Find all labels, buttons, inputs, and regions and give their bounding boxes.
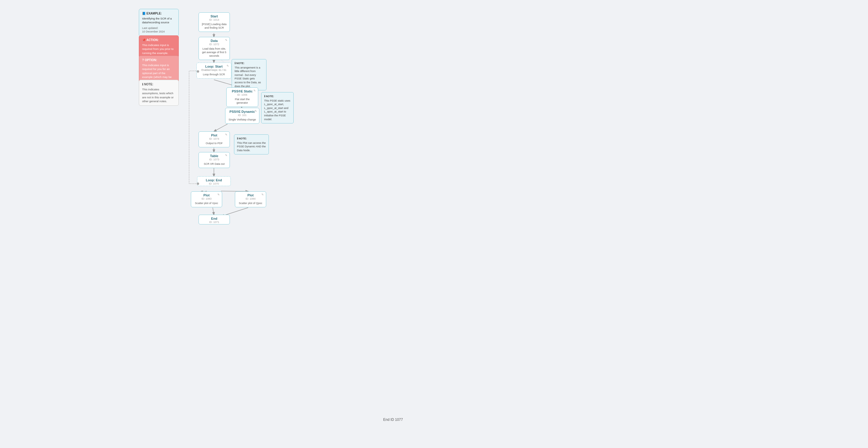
data-node-desc: Load data from site, get average of firs…: [199, 46, 229, 60]
legend-example-card: 📘 EXAMPLE: Identifying the SCR of a data…: [139, 9, 179, 36]
data-node-edit-icon[interactable]: ✎: [225, 39, 227, 42]
start-node-desc: [PSSE] Loading data and finding SCR: [199, 22, 229, 32]
svg-line-4: [214, 124, 227, 131]
table-node[interactable]: Table ✎ ID: 1073 SCR XR Data out: [198, 152, 230, 168]
loop-end-title: Loop: End: [197, 177, 230, 182]
legend-action-title: 📌 ACTION:: [142, 38, 176, 42]
plot-qpoc-node[interactable]: Plot ✎ ID: 1084 Scatter plot of Qpoc: [235, 191, 266, 207]
note3-box: ℹ NOTE: This Plot can access the PSSE Dy…: [234, 134, 269, 155]
psse-dynamic-node[interactable]: PSS®E Dynamic ✎ ID: 101 Single Vrefstep …: [225, 108, 259, 124]
loop-end-node[interactable]: Loop: End ID: 1070: [197, 176, 231, 186]
note1-label: ℹ NOTE:: [235, 61, 264, 65]
plot1-node[interactable]: Plot ✎ ID: 1074 Output to PDF: [198, 131, 230, 147]
loop-dot-start: [197, 70, 199, 73]
end-node-id: ID: 1071: [199, 221, 229, 224]
psse-static-id: ID: 1006: [226, 93, 258, 96]
psse-static-node[interactable]: PSS®E Static ✎ ID: 1006 Flat start the g…: [226, 88, 258, 107]
plot-vpoc-edit-icon[interactable]: ✎: [217, 193, 220, 196]
plot-qpoc-id: ID: 1084: [235, 197, 266, 200]
data-node-id: ID: 1072: [199, 43, 229, 46]
note3-text: This Plot can access the PSSE Dynamic AN…: [237, 141, 266, 152]
plot-vpoc-node[interactable]: Plot ✎ ID: 1083 Scatter plot of Vpoc: [191, 191, 222, 207]
legend-note-card: ℹ NOTE: This indicates assumptions, test…: [139, 80, 179, 106]
plot-vpoc-id: ID: 1083: [191, 197, 222, 200]
start-node-id: ID: 1014: [199, 18, 229, 21]
loop-start-enabled: Enabled loops: 61 / 61: [197, 68, 231, 71]
legend-note-text: This indicates assumptions, tests which …: [142, 88, 176, 103]
table-edit-icon[interactable]: ✎: [225, 154, 227, 157]
legend-note-title: ℹ NOTE:: [142, 83, 176, 87]
note1-text: This arrangement is a little different f…: [235, 66, 264, 88]
note2-label: ℹ NOTE:: [264, 95, 291, 98]
loop-end-id: ID: 1070: [197, 182, 230, 185]
loop-start-desc: Loop through SCR: [197, 72, 231, 78]
legend-action-card: 📌 ACTION: This indicates input is requir…: [139, 35, 179, 58]
example-icon: 📘: [142, 12, 146, 15]
legend-option-title: ? OPTION:: [142, 58, 176, 62]
note3-label: ℹ NOTE:: [237, 137, 266, 140]
legend-example-title: 📘 EXAMPLE:: [142, 11, 176, 15]
loop-start-edit-icon[interactable]: ✎: [226, 64, 229, 67]
note2-box: ℹ NOTE: This PSSE static uses L_ppoc_at_…: [261, 92, 294, 123]
note-icon: ℹ: [142, 83, 143, 86]
psse-dynamic-title: PSS®E Dynamic: [225, 108, 259, 114]
loop-start-node[interactable]: Loop: Start ✎ Enabled loops: 61 / 61 Loo…: [196, 63, 231, 78]
legend-example-date: Last updated: 10 December 2024: [142, 26, 176, 34]
option-icon: ?: [142, 59, 144, 62]
legend-action-text: This indicates input is required from yo…: [142, 43, 176, 55]
psse-dynamic-desc: Single Vrefstep change: [225, 117, 259, 123]
start-node[interactable]: Start ID: 1014 [PSSE] Loading data and f…: [198, 12, 230, 32]
note1-box: ℹ NOTE: This arrangement is a little dif…: [231, 59, 267, 90]
plot1-id: ID: 1074: [199, 137, 229, 140]
table-id: ID: 1073: [199, 158, 229, 161]
start-node-title: Start: [199, 13, 229, 18]
psse-dynamic-id: ID: 101: [225, 114, 259, 117]
plot-qpoc-edit-icon[interactable]: ✎: [261, 193, 264, 196]
svg-line-10: [213, 207, 214, 215]
psse-static-edit-icon[interactable]: ✎: [253, 89, 256, 92]
end-node-title: End: [199, 215, 229, 221]
end-node[interactable]: End ID: 1071: [198, 215, 230, 224]
psse-dynamic-edit-icon[interactable]: ✎: [255, 109, 257, 113]
data-node[interactable]: Data ✎ ID: 1072 Load data from site, get…: [198, 37, 230, 60]
end-id-label: End ID 1077: [383, 418, 403, 422]
plot-vpoc-desc: Scatter plot of Vpoc: [191, 201, 222, 207]
action-icon: 📌: [142, 38, 146, 42]
loop-dot-end: [197, 183, 199, 185]
plot1-edit-icon[interactable]: ✎: [225, 133, 227, 136]
table-desc: SCR XR Data out: [199, 162, 229, 168]
loop-start-title: Loop: Start: [197, 63, 231, 68]
note2-text: This PSSE static uses L_ppoc_at_start, L…: [264, 99, 291, 121]
plot-qpoc-desc: Scatter plot of Qpoc: [235, 201, 266, 207]
legend-example-text: Identifying the SCR of a data/recording …: [142, 17, 176, 25]
psse-static-desc: Flat start the generator: [226, 97, 258, 106]
plot1-desc: Output to PDF: [199, 141, 229, 147]
